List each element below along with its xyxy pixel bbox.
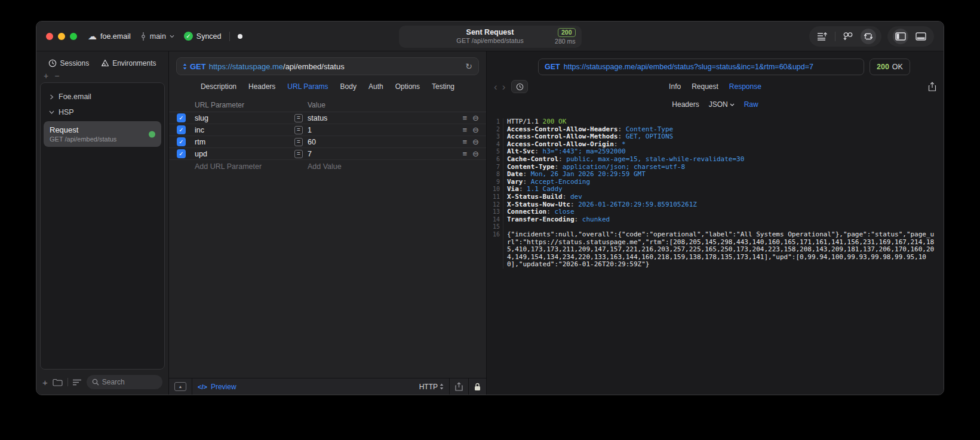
titlebar-divider (229, 32, 230, 41)
add-param-placeholder[interactable]: Add URL Parameter (195, 162, 308, 171)
app-window: ☁ foe.email main ✓ Synced Sent Request G… (36, 21, 944, 395)
row-options-icon[interactable]: ≡ (463, 125, 468, 134)
line-number: 2 (489, 126, 503, 134)
share-icon[interactable] (455, 382, 463, 391)
project-menu[interactable]: ☁ foe.email (88, 32, 131, 41)
request-tab-auth[interactable]: Auth (368, 82, 383, 91)
search-input[interactable]: Search (87, 375, 162, 389)
param-name[interactable]: upd (195, 150, 294, 158)
history-forward-button[interactable]: › (502, 82, 506, 92)
header-name: Cache-Control (507, 155, 558, 163)
footer-divider (192, 379, 192, 395)
lock-icon[interactable] (474, 383, 481, 391)
new-folder-icon[interactable] (53, 379, 63, 386)
column-header-name: URL Parameter (195, 101, 294, 109)
sync-status[interactable]: ✓ Synced (184, 32, 222, 41)
param-row[interactable]: ✓inc=1≡⊖ (169, 124, 486, 136)
sequence-button[interactable] (815, 29, 830, 44)
param-value[interactable]: 7 (308, 150, 463, 158)
row-remove-icon[interactable]: ⊖ (472, 125, 479, 134)
response-tab-response[interactable]: Response (729, 82, 761, 91)
toggle-bottom-panel-button[interactable] (913, 29, 929, 44)
sidebar-tab-environments[interactable]: Environments (101, 59, 156, 67)
param-name[interactable]: inc (195, 126, 294, 134)
param-checkbox[interactable]: ✓ (177, 113, 186, 122)
sidebar-tab-sessions[interactable]: Sessions (48, 59, 89, 67)
response-subtab-headers[interactable]: Headers (672, 100, 699, 109)
request-url[interactable]: https://statuspage.me/api/embed/status (209, 62, 345, 71)
minimize-window-button[interactable] (58, 33, 65, 40)
raw-response-view[interactable]: 1HTTP/1.1 200 OK2Access-Control-Allow-He… (487, 112, 944, 395)
response-subtab-json[interactable]: JSON (709, 100, 735, 109)
request-tab-url-params[interactable]: URL Params (287, 82, 328, 91)
add-session-button[interactable]: + (44, 72, 48, 81)
request-method[interactable]: GET (190, 62, 206, 71)
header-value: GET, OPTIONS (622, 133, 673, 140)
request-tab-body[interactable]: Body (340, 82, 357, 91)
line-number: 15 (489, 223, 503, 231)
header-value: Accept-Encoding (527, 178, 590, 186)
history-back-button[interactable]: ‹ (494, 82, 497, 92)
sort-list-icon[interactable] (73, 379, 82, 386)
response-tab-request[interactable]: Request (692, 82, 718, 91)
param-value[interactable]: 60 (308, 138, 463, 146)
param-row[interactable]: ✓upd=7≡⊖ (169, 148, 486, 160)
flow-button[interactable] (840, 29, 856, 44)
row-options-icon[interactable]: ≡ (463, 113, 468, 122)
close-window-button[interactable] (46, 33, 53, 40)
tree-item-foe-email[interactable]: Foe.email (41, 89, 164, 104)
add-value-placeholder[interactable]: Add Value (308, 162, 342, 171)
header-name: Via (507, 185, 519, 193)
request-url-bar[interactable]: GET https://statuspage.me/api/embed/stat… (176, 57, 479, 75)
row-remove-icon[interactable]: ⊖ (472, 113, 479, 122)
history-clock-icon (516, 83, 524, 91)
zoom-window-button[interactable] (70, 33, 77, 40)
param-row[interactable]: ✓rtm=60≡⊖ (169, 136, 486, 148)
repeat-request-button[interactable] (861, 29, 876, 44)
param-name[interactable]: rtm (195, 138, 294, 146)
history-button[interactable] (511, 80, 528, 93)
row-remove-icon[interactable]: ⊖ (472, 137, 479, 146)
param-row[interactable]: ✓slug=status≡⊖ (169, 112, 486, 124)
add-request-button[interactable]: + (42, 378, 48, 387)
response-subtab-raw[interactable]: Raw (744, 100, 758, 109)
param-checkbox[interactable]: ✓ (177, 137, 186, 146)
preview-button[interactable]: </> Preview (198, 383, 236, 391)
param-checkbox[interactable]: ✓ (177, 125, 186, 134)
response-tab-info[interactable]: Info (669, 82, 681, 91)
param-checkbox[interactable]: ✓ (177, 149, 186, 158)
param-row-icons: ≡⊖ (463, 113, 480, 122)
header-name: Alt-Svc (507, 147, 534, 155)
row-remove-icon[interactable]: ⊖ (472, 149, 479, 158)
remove-session-button[interactable]: − (54, 72, 59, 81)
column-header-value: Value (308, 101, 325, 109)
response-status-text: OK (892, 63, 903, 71)
branch-menu[interactable]: main (140, 32, 174, 41)
response-url-box[interactable]: GET https://statuspage.me/api/embed/stat… (538, 59, 864, 75)
request-status-capsule[interactable]: Sent Request GET /api/embed/status 200 2… (399, 26, 582, 48)
param-value[interactable]: status (308, 114, 463, 122)
http-version-select[interactable]: HTTP (419, 383, 444, 391)
param-row-icons: ≡⊖ (463, 125, 480, 134)
header-colon: : (558, 155, 563, 163)
request-tab-options[interactable]: Options (395, 82, 420, 91)
row-options-icon[interactable]: ≡ (463, 149, 468, 158)
export-response-button[interactable] (928, 82, 936, 91)
send-request-icon[interactable]: ↻ (465, 61, 472, 71)
request-tab-description[interactable]: Description (201, 82, 236, 91)
row-options-icon[interactable]: ≡ (463, 137, 468, 146)
param-name[interactable]: slug (195, 114, 294, 122)
toolbar-group-actions (809, 26, 881, 47)
request-tab-testing[interactable]: Testing (432, 82, 454, 91)
sequence-icon (818, 32, 828, 41)
header-value: dev (566, 193, 582, 201)
tree-item-hsp[interactable]: HSP (41, 104, 164, 120)
equals-icon: = (294, 126, 303, 134)
add-param-row[interactable]: Add URL Parameter Add Value (169, 160, 486, 173)
param-value[interactable]: 1 (308, 126, 463, 134)
expand-panel-button[interactable]: ▲ (174, 382, 186, 391)
request-tab-headers[interactable]: Headers (248, 82, 275, 91)
request-list-item-selected[interactable]: Request GET /api/embed/status (44, 121, 161, 147)
search-icon (92, 379, 99, 386)
toggle-sidebar-button[interactable] (893, 29, 908, 44)
